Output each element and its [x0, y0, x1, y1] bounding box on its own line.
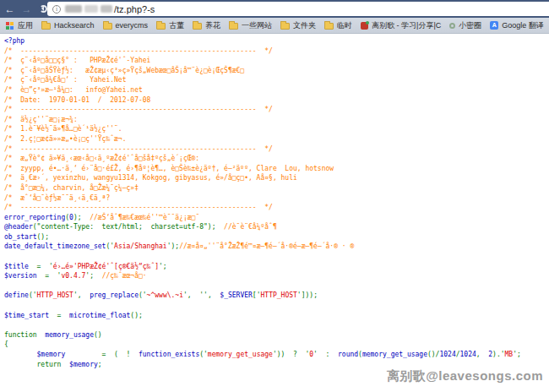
- bookmark-item[interactable]: 离别歌 - 学习|分享|C: [356, 19, 445, 33]
- bookmark-item[interactable]: everycms: [99, 19, 153, 31]
- apps-grid-icon: [6, 22, 9, 25]
- bookmark-item[interactable]: 临时: [320, 19, 356, 33]
- page-info-icon[interactable]: [52, 5, 61, 14]
- code-line: $time_start = microtime_float();: [4, 311, 521, 321]
- code-line: date_default_timezone_set('Asia/Shanghai…: [4, 242, 521, 252]
- folder-icon: [229, 23, 238, 30]
- code-line: $memory = ( ! function_exists('memory_ge…: [4, 350, 521, 360]
- bookmarks-bar: 应用Hacksearcheverycms古董养花一些网站文件夹临时离别歌 - 学…: [0, 18, 549, 34]
- code-line: function memory_usage(): [4, 330, 521, 340]
- page-content: <?php/* --------------------------------…: [0, 34, 549, 392]
- folder-icon: [280, 23, 290, 30]
- bookmark-item[interactable]: 一些网站: [225, 19, 276, 33]
- bookmark-label: 古董: [169, 20, 184, 31]
- bookmark-label: Hacksearch: [54, 21, 95, 30]
- code-line: $version = 'v0.4.7'; //ç‰ˆæœ¬å□·: [4, 271, 521, 281]
- forward-button[interactable]: →: [19, 2, 34, 16]
- code-line: /* ä¸€æ›´, yexinzhu, wangyu1314, Kokgog,…: [4, 173, 521, 183]
- code-line: /* ä½¿ç''¨æ□¡æ¬¾:: [4, 115, 521, 125]
- bookmark-label: 临时: [337, 20, 352, 31]
- code-line: /* è□”ç³»æ–¹å¼□: info@Yahei.net: [4, 85, 521, 95]
- redacted-host: [65, 5, 112, 13]
- code-line: /* æ„Ÿè°¢ ä»¥ä¸‹æœ‹å□‹ä¸ºæŽ¢é'ˆå□šå‡ºçš„…: [4, 154, 521, 164]
- code-line: [4, 281, 521, 291]
- code-line: /* ç¨‹åº□å□□ç§° : PHPæŽ¢é'ˆ-Yahei: [4, 56, 521, 66]
- code-line: @header("content-Type: text/html; charse…: [4, 222, 521, 232]
- bookmark-item[interactable]: 小密圈: [445, 19, 486, 33]
- translate-icon: [490, 21, 498, 30]
- browser-window: ← → /tz.php?-s 应用Hacksearcheverycms古董养花一…: [0, 0, 549, 392]
- folder-icon: [103, 23, 112, 30]
- folder-icon: [41, 23, 51, 30]
- bookmark-item[interactable]: 古董: [152, 19, 188, 33]
- bookmark-item[interactable]: Hacksearch: [37, 19, 99, 31]
- bookmark-label: 离别歌 - 学习|分享|C: [372, 20, 441, 31]
- code-line: /* -------------------------------------…: [4, 203, 521, 213]
- ring-icon: [449, 23, 455, 29]
- code-line: [4, 301, 521, 311]
- code-line: $title = 'é›…é»'PHPæŽ¢é'ˆ[ç®€ä½“ç‰ˆ]';: [4, 262, 521, 272]
- reload-icon: [40, 5, 47, 13]
- code-line: /* ç¨‹åº□åŠŸèƒ½: æŽ¢æµ‹ç³»ç»Ÿçš„Webæœ□åŠ…: [4, 66, 521, 76]
- bookmark-label: 文件夹: [293, 20, 316, 31]
- code-line: [4, 252, 521, 262]
- bookmark-label: 一些网站: [242, 20, 272, 31]
- code-line: /* 2.ç¦□æ¢ä»»æ„•è¡□ç''Ÿç‰ˆæ¬.: [4, 134, 521, 144]
- code-line: /* -------------------------------------…: [4, 105, 521, 115]
- bookmark-item[interactable]: 应用: [2, 19, 37, 33]
- site-icon: [361, 22, 368, 30]
- bookmark-label: 应用: [18, 20, 33, 31]
- folder-icon: [156, 23, 166, 30]
- browser-toolbar: ← → /tz.php?-s: [0, 0, 549, 18]
- bookmark-item[interactable]: 养花: [188, 19, 225, 33]
- code-line: /* æˆ‘å□¯èƒ½æ¯¯ä¸‹ä¸€ä¸ª?: [4, 193, 521, 204]
- code-line: /* zyypp, é•…·ä¸‘ é›¨å□·é£Ž, é›¶åº¦è¶…, …: [4, 164, 521, 174]
- bookmark-label: everycms: [116, 21, 149, 30]
- code-line: /* å°□æ□¼, charvin, å□Žæ¼¯ç¼–ç»‡: [4, 183, 521, 193]
- folder-icon: [324, 23, 334, 30]
- bookmark-item[interactable]: Google 翻译: [486, 19, 548, 33]
- url-text: /tz.php?-s: [114, 4, 155, 14]
- code-line: ob_start();: [4, 232, 521, 242]
- php-source-code: <?php/* --------------------------------…: [4, 36, 521, 369]
- bookmark-label: 小密圈: [459, 20, 481, 31]
- code-line: /* ç¨‹åº□å¼€å□‘ : Yahei.Net: [4, 75, 521, 85]
- back-button[interactable]: ←: [3, 2, 17, 16]
- watermark-text: 离别歌@leavesongs.com: [387, 368, 543, 384]
- code-line: <?php: [4, 36, 521, 46]
- folder-icon: [193, 23, 202, 30]
- code-line: error_reporting(0); //æŠ‘åˆ¶æ‰€æœ‰é''™è¯…: [4, 213, 521, 223]
- code-line: [4, 320, 521, 330]
- code-line: /* -------------------------------------…: [4, 144, 521, 155]
- code-line: /* -------------------------------------…: [4, 46, 521, 57]
- code-line: define('HTTP_HOST', preg_replace('~^www\…: [4, 291, 521, 301]
- code-line: {: [4, 340, 521, 350]
- code-line: /* 1.è¯¥è½¯ä»¶å…□è´¹ä½¿ç''¨.: [4, 124, 521, 134]
- bookmark-item[interactable]: 文件夹: [276, 19, 320, 33]
- address-bar[interactable]: /tz.php?-s: [47, 2, 549, 16]
- code-line: /* Date: 1970-01-01 / 2012-07-08: [4, 95, 521, 106]
- bookmark-label: Google 翻译: [502, 20, 544, 31]
- bookmark-label: 养花: [205, 20, 220, 31]
